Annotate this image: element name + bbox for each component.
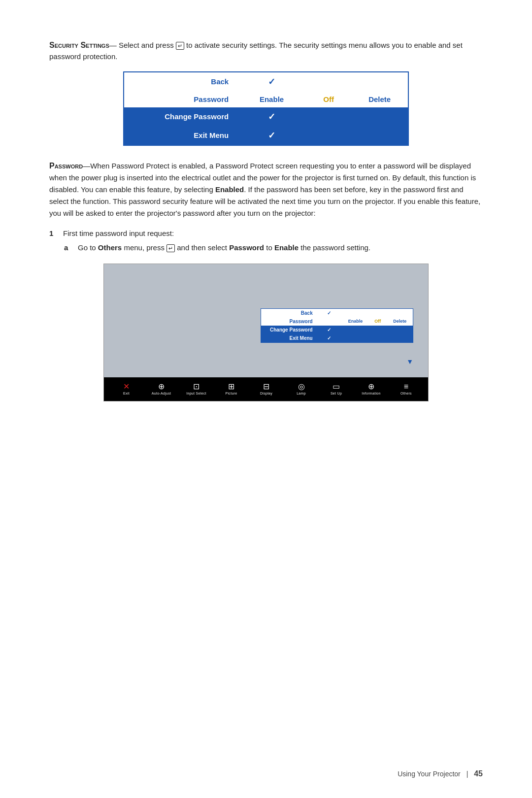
list-item-1-text: First time password input request: [63,229,174,237]
enter-icon-2: ↵ [166,244,175,252]
lamp-icon: ◎ [298,383,305,391]
toolbar-setup: ▭ Set Up [323,383,350,395]
projector-toolbar: ✕ Exit ⊕ Auto-Adjust ⊡ Input Select ⊞ Pi… [104,377,428,401]
auto-adjust-label: Auto-Adjust [152,392,171,395]
toolbar-lamp: ◎ Lamp [288,383,315,395]
toolbar-exit: ✕ Exit [113,383,140,395]
mini-table-row: Back ✓ [261,308,413,317]
mini-back-label: Back [261,308,316,317]
mini-back-check: ✓ [316,308,342,317]
setup-icon: ▭ [332,383,340,391]
table-row: Change Password ✓ [124,107,408,126]
others-icon: ≡ [404,383,408,391]
toolbar-auto-adjust: ⊕ Auto-Adjust [148,383,175,395]
input-select-icon: ⊡ [193,383,200,391]
scroll-arrow-icon: ▼ [406,358,413,366]
picture-icon: ⊞ [228,383,234,391]
toolbar-others: ≡ Others [393,383,420,395]
input-select-label: Input Select [186,392,206,395]
toolbar-picture: ⊞ Picture [218,383,245,395]
menu-item-password-delete: Delete [351,91,408,107]
menu-item-password-off: Off [306,91,351,107]
projector-screenshot: Back ✓ Password Enable Off Delete Change… [103,264,429,401]
list-item-a: a Go to Others menu, press ↵ and then se… [64,242,483,254]
toolbar-display: ⊟ Display [253,383,280,395]
security-menu-table: Back ✓ Password Enable Off Delete Change… [123,71,409,146]
toolbar-input-select: ⊡ Input Select [183,383,210,395]
intro-paragraph: Security Settings— Select and press ↵ to… [49,39,483,63]
menu-item-back-check: ✓ [237,72,306,91]
menu-item-change-password-label: Change Password [124,107,237,126]
mini-password-off: Off [368,317,387,326]
menu-item-exit-label: Exit Menu [124,126,237,145]
password-heading: Password [49,162,83,170]
password-description: Password—When Password Protect is enable… [49,160,483,220]
mini-password-label: Password [261,317,316,326]
table-row: Exit Menu ✓ [124,126,408,145]
mini-password-enable: Enable [342,317,368,326]
page-number: 45 [474,769,483,778]
mini-table-row: Password Enable Off Delete [261,317,413,326]
footer-text: Using Your Projector [398,770,461,778]
menu-item-back-label: Back [124,72,237,91]
enter-icon: ↵ [176,42,184,50]
mini-password-delete: Delete [387,317,413,326]
mini-security-menu: Back ✓ Password Enable Off Delete Change… [261,308,413,343]
setup-label: Set Up [331,392,342,395]
display-icon: ⊟ [263,383,269,391]
page-footer: Using Your Projector | 45 [398,769,483,778]
mini-exit-label: Exit Menu [261,334,316,343]
menu-item-exit-check: ✓ [237,126,306,145]
list-letter-a: a [64,242,76,254]
table-row: Back ✓ [124,72,408,91]
list-number-1: 1 [49,229,61,237]
others-word: Others [98,243,122,252]
enabled-word: Enabled [215,185,244,194]
section-heading: Security Settings [49,41,109,49]
auto-adjust-icon: ⊕ [158,383,165,391]
others-label: Others [400,392,412,395]
mini-table-row: Change Password ✓ [261,326,413,334]
information-label: Information [362,392,380,395]
lamp-label: Lamp [297,392,306,395]
page-content: Security Settings— Select and press ↵ to… [0,0,532,431]
information-icon: ⊕ [368,383,374,391]
toolbar-information: ⊕ Information [358,383,385,395]
picture-label: Picture [226,392,237,395]
menu-item-password-label: Password [124,91,237,107]
list-item-1: 1 First time password input request: [49,229,483,237]
password-word: Password [229,243,264,252]
mini-exit-check: ✓ [316,334,342,343]
display-label: Display [260,392,272,395]
exit-label: Exit [123,392,130,395]
mini-change-password-check: ✓ [316,326,342,334]
menu-item-change-password-check: ✓ [237,107,306,126]
mini-change-password-label: Change Password [261,326,316,334]
mini-menu-table: Back ✓ Password Enable Off Delete Change… [261,308,413,343]
enable-word: Enable [274,243,299,252]
table-row: Password Enable Off Delete [124,91,408,107]
mini-table-row: Exit Menu ✓ [261,334,413,343]
menu-item-password-enable: Enable [237,91,306,107]
exit-icon: ✕ [123,383,130,391]
list-item-a-text: Go to Others menu, press ↵ and then sele… [78,242,370,254]
